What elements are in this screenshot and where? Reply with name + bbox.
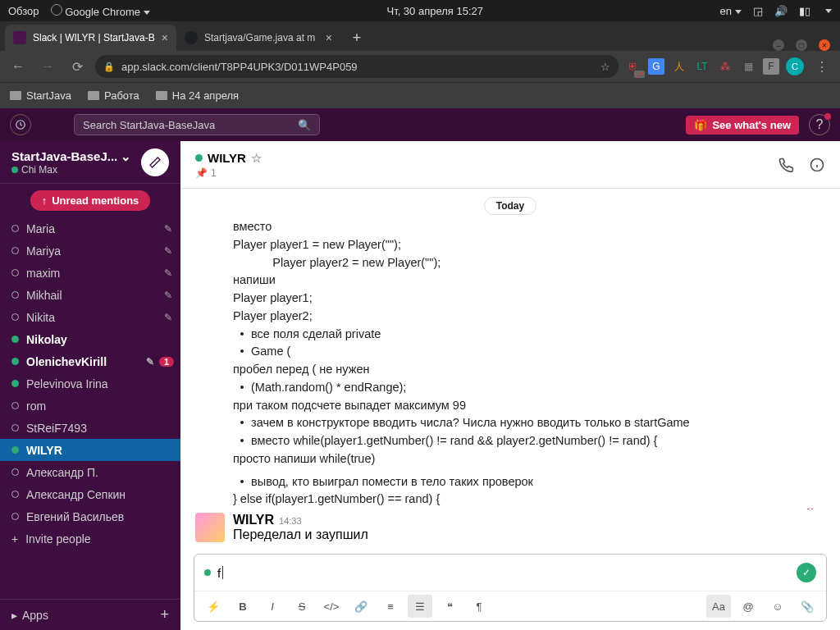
dm-item[interactable]: Nikita✎ bbox=[0, 306, 180, 328]
call-icon[interactable] bbox=[778, 157, 794, 173]
lang-indicator[interactable]: en bbox=[720, 5, 742, 17]
ext-1[interactable]: ⛨17 bbox=[625, 58, 641, 75]
dm-item[interactable]: OlenichevKirill✎1 bbox=[0, 350, 180, 372]
edit-icon[interactable]: ✎ bbox=[164, 267, 172, 279]
dm-item[interactable]: Maria✎ bbox=[0, 217, 180, 240]
strike-button[interactable]: S bbox=[290, 595, 314, 618]
mention-button[interactable]: @ bbox=[736, 595, 760, 618]
send-button[interactable]: ✓ bbox=[797, 563, 816, 582]
slack-search[interactable]: Search StartJava-BaseJava 🔍 bbox=[74, 114, 320, 135]
history-icon[interactable] bbox=[10, 114, 31, 135]
apps-section[interactable]: ▸ Apps+ bbox=[0, 599, 180, 630]
edit-icon[interactable]: ✎ bbox=[146, 356, 154, 368]
reload-button[interactable]: ⟳ bbox=[66, 55, 89, 78]
overview-label[interactable]: Обзор bbox=[8, 5, 39, 17]
workspace-switcher[interactable]: StartJava-BaseJ... ⌄ Chi Max bbox=[0, 141, 180, 184]
forward-button[interactable]: → bbox=[36, 55, 59, 78]
clock[interactable]: Чт, 30 апреля 15:27 bbox=[150, 5, 720, 17]
wifi-icon[interactable]: ◲ bbox=[753, 5, 763, 17]
dm-item[interactable]: rom bbox=[0, 395, 180, 417]
presence-icon bbox=[204, 569, 211, 576]
maximize-window-icon[interactable]: □ bbox=[796, 39, 807, 51]
presence-icon bbox=[11, 358, 19, 365]
presence-icon bbox=[11, 225, 19, 232]
url-input[interactable]: 🔒 app.slack.com/client/T8PP4UPK3/D011WP4… bbox=[95, 55, 619, 78]
ext-gtranslate[interactable]: G bbox=[648, 58, 664, 75]
compose-button[interactable] bbox=[141, 148, 169, 176]
invite-people[interactable]: + Invite people bbox=[0, 527, 180, 550]
dm-item[interactable]: StReiF7493 bbox=[0, 417, 180, 439]
codeblock-button[interactable]: ¶ bbox=[467, 595, 491, 618]
help-icon[interactable]: ? bbox=[809, 114, 830, 135]
link-button[interactable]: 🔗 bbox=[349, 595, 373, 618]
presence-icon bbox=[11, 402, 19, 409]
ul-button[interactable]: ☰ bbox=[408, 595, 432, 618]
date-pill: Today bbox=[484, 197, 536, 215]
presence-icon bbox=[11, 336, 19, 343]
lightning-icon[interactable]: ⚡ bbox=[201, 595, 226, 618]
sys-menu-icon[interactable] bbox=[825, 9, 832, 13]
info-icon[interactable] bbox=[809, 157, 825, 173]
bookmark-3[interactable]: На 24 апреля bbox=[156, 89, 239, 102]
dm-item[interactable]: Nikolay bbox=[0, 328, 180, 350]
dm-item[interactable]: Mikhail✎ bbox=[0, 284, 180, 306]
unread-badge: 1 bbox=[159, 357, 174, 367]
emoji-button[interactable]: ☺ bbox=[765, 595, 790, 618]
dm-item[interactable]: Pelevinova Irina bbox=[0, 372, 180, 395]
close-window-icon[interactable]: × bbox=[819, 39, 830, 51]
star-icon[interactable]: ☆ bbox=[251, 151, 262, 166]
presence-icon bbox=[11, 380, 19, 387]
minimize-window-icon[interactable]: – bbox=[773, 39, 784, 51]
whats-new-button[interactable]: 🎁See what's new bbox=[686, 116, 799, 135]
unread-mentions-pill[interactable]: ↑ Unread mentions bbox=[30, 190, 151, 211]
edit-icon[interactable]: ✎ bbox=[164, 290, 172, 301]
dm-item[interactable]: Евгений Васильев bbox=[0, 505, 180, 527]
close-tab-icon[interactable]: × bbox=[326, 31, 332, 44]
composer-input[interactable]: f ✓ bbox=[194, 555, 826, 591]
slack-favicon bbox=[13, 31, 26, 44]
quote-button[interactable]: ❝ bbox=[437, 595, 462, 618]
ol-button[interactable]: ≡ bbox=[378, 595, 403, 618]
dm-item[interactable]: Mariya✎ bbox=[0, 240, 180, 262]
chrome-icon bbox=[51, 4, 62, 16]
italic-button[interactable]: I bbox=[260, 595, 285, 618]
profile-avatar[interactable]: C bbox=[786, 57, 804, 75]
composer-toolbar: ⚡ B I S </> 🔗 ≡ ☰ ❝ ¶ Aa @ ☺ 📎 bbox=[194, 591, 826, 621]
format-toggle[interactable]: Aa bbox=[706, 595, 731, 618]
battery-icon[interactable]: ▮▯ bbox=[799, 5, 810, 17]
dm-item[interactable]: maxim✎ bbox=[0, 262, 180, 284]
new-tab-button[interactable]: + bbox=[345, 26, 368, 49]
close-tab-icon[interactable]: × bbox=[162, 31, 168, 44]
presence-icon bbox=[11, 491, 19, 498]
dm-item[interactable]: Александр Сепкин bbox=[0, 483, 180, 505]
avatar[interactable] bbox=[195, 513, 225, 542]
presence-icon bbox=[11, 291, 19, 299]
edit-icon[interactable]: ✎ bbox=[164, 223, 172, 235]
volume-icon[interactable]: 🔊 bbox=[774, 5, 788, 17]
message-2: WILYR14:33 Переделал и заупшил bbox=[180, 509, 840, 549]
dm-item[interactable]: WILYR bbox=[0, 439, 180, 461]
edit-icon[interactable]: ✎ bbox=[164, 245, 172, 257]
tab-github[interactable]: Startjava/Game.java at m × bbox=[176, 25, 340, 51]
tab-slack[interactable]: Slack | WILYR | StartJava-B × bbox=[5, 25, 176, 51]
github-favicon bbox=[185, 31, 198, 44]
bookmark-1[interactable]: StartJava bbox=[10, 89, 71, 102]
bold-button[interactable]: B bbox=[231, 595, 255, 618]
active-app[interactable]: Google Chrome bbox=[51, 4, 150, 18]
dm-item[interactable]: Александр П. bbox=[0, 461, 180, 483]
ext-3[interactable]: 人 bbox=[671, 58, 687, 75]
ext-7[interactable]: F bbox=[763, 58, 779, 75]
ext-4[interactable]: LT bbox=[694, 58, 710, 75]
channel-header: WILYR ☆ 📌1 bbox=[180, 141, 840, 189]
ext-6[interactable]: ▦ bbox=[740, 58, 756, 75]
code-button[interactable]: </> bbox=[319, 595, 344, 618]
ext-5[interactable]: ⁂ bbox=[717, 58, 733, 75]
message-list[interactable]: Today вместо Player player1 = new Player… bbox=[180, 189, 840, 509]
bookmark-star-icon[interactable]: ☆ bbox=[600, 61, 610, 73]
attach-button[interactable]: 📎 bbox=[795, 595, 819, 618]
browser-menu-icon[interactable]: ⋮ bbox=[810, 55, 833, 78]
bookmark-2[interactable]: Работа bbox=[88, 89, 139, 102]
slack-topbar: Search StartJava-BaseJava 🔍 🎁See what's … bbox=[0, 108, 840, 141]
edit-icon[interactable]: ✎ bbox=[164, 312, 172, 323]
back-button[interactable]: ← bbox=[7, 55, 30, 78]
